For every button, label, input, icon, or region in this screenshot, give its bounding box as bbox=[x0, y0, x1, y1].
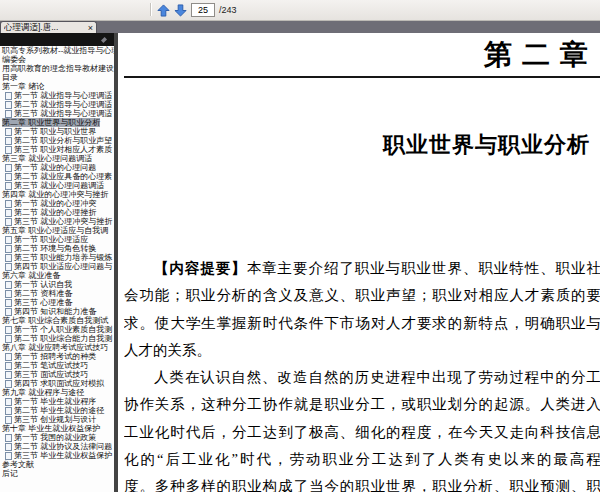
bookmark-item[interactable]: 第三节 毕业生就业权益保护 bbox=[0, 451, 114, 460]
section-label: 【内容提要】 bbox=[154, 260, 247, 276]
previous-page-button[interactable] bbox=[155, 2, 171, 18]
bookmark-item[interactable]: 第一节 就业的心理冲突 bbox=[0, 199, 114, 208]
bookmark-panel: 职高专系列教材--就业指导与心理编委会用高职教育的理念指导教材建设目录第一章 绪… bbox=[0, 46, 114, 492]
bookmark-item[interactable]: 第三节 面试应试技巧 bbox=[0, 370, 114, 379]
page-icon bbox=[5, 137, 12, 145]
bookmark-item[interactable]: 第九章 就业程序与途径 bbox=[0, 388, 114, 397]
bookmark-item-label: 第一节 职业心理适应 bbox=[14, 235, 88, 244]
page-number-input[interactable] bbox=[191, 3, 215, 17]
bookmark-item[interactable]: 第六章 就业准备 bbox=[0, 271, 114, 280]
bookmark-item[interactable]: 第四节 求职面试应对模拟 bbox=[0, 379, 114, 388]
bookmark-item[interactable]: 第一节 职业与职业世界 bbox=[0, 127, 114, 136]
bookmark-item[interactable]: 目录 bbox=[0, 73, 114, 82]
bookmark-item[interactable]: 第二节 环境与角色转换 bbox=[0, 244, 114, 253]
bookmark-item-label: 职高专系列教材--就业指导与心理 bbox=[2, 46, 114, 55]
bookmark-item[interactable]: 第四章 就业的心理冲突与挫折 bbox=[0, 190, 114, 199]
bookmark-item[interactable]: 第一节 毕业生就业程序 bbox=[0, 397, 114, 406]
page-icon bbox=[5, 434, 12, 442]
up-arrow-icon bbox=[157, 4, 170, 17]
page-icon bbox=[5, 353, 12, 361]
bookmark-item[interactable]: 第五章 职业心理适应与自我调 bbox=[0, 226, 114, 235]
bookmark-item[interactable]: 第二节 资料准备 bbox=[0, 289, 114, 298]
bookmark-item-label: 第四节 求职面试应对模拟 bbox=[14, 379, 104, 388]
body-text-line: 人才的关系。 bbox=[124, 337, 600, 364]
bookmark-item-label: 第四章 就业的心理冲突与挫折 bbox=[2, 190, 108, 199]
bookmark-item[interactable]: 第二节 笔试应试技巧 bbox=[0, 361, 114, 370]
tab-close-icon[interactable]: × bbox=[88, 24, 93, 32]
bookmark-item[interactable]: 第八章 就业应聘考试应试技巧 bbox=[0, 343, 114, 352]
bookmark-item-label: 第六章 就业准备 bbox=[2, 271, 60, 280]
next-page-button[interactable] bbox=[172, 2, 188, 18]
bookmark-item-label: 第一节 招聘考试的种类 bbox=[14, 352, 96, 361]
page-icon bbox=[5, 254, 12, 262]
body-text-line: 工业化时代后，分工达到了极高、细化的程度，在今天又走向科技信息 bbox=[124, 419, 600, 446]
bookmark-item[interactable]: 第三章 就业心理问题调适 bbox=[0, 154, 114, 163]
body-text-line: 【内容提要】本章主要介绍了职业与职业世界、职业特性、职业社 bbox=[124, 255, 600, 282]
bookmark-item[interactable]: 第三节 职业能力培养与锻炼 bbox=[0, 253, 114, 262]
page-icon bbox=[5, 128, 12, 136]
bookmark-item[interactable]: 第一节 职业心理适应 bbox=[0, 235, 114, 244]
bookmark-item-label: 第三节 就业心理冲突与挫折 bbox=[14, 217, 112, 226]
bookmark-item-label: 第五章 职业心理适应与自我调 bbox=[2, 226, 108, 235]
bookmark-item-label: 第二节 就业指导与心理调适 bbox=[14, 100, 112, 109]
bookmark-item[interactable]: 第一章 绪论 bbox=[0, 82, 114, 91]
bookmark-item[interactable]: 第二节 就业指导与心理调适 bbox=[0, 100, 114, 109]
bookmark-item-label: 第三节 面试应试技巧 bbox=[14, 370, 88, 379]
bookmark-item-label: 目录 bbox=[2, 73, 18, 82]
document-tab[interactable]: 心理调适].唐... × bbox=[0, 21, 97, 33]
bookmark-item[interactable]: 第二节 职业综合能力自我测 bbox=[0, 334, 114, 343]
bookmark-item[interactable]: 参考文献 bbox=[0, 460, 114, 469]
bookmark-item[interactable]: 第二节 毕业生就业的途径 bbox=[0, 406, 114, 415]
bookmark-item[interactable]: 第一节 招聘考试的种类 bbox=[0, 352, 114, 361]
bookmark-item[interactable]: 第七章 职业综合素质自我测试 bbox=[0, 316, 114, 325]
bookmark-item[interactable]: 第三节 创业规划与设计 bbox=[0, 415, 114, 424]
pushpin-icon[interactable] bbox=[101, 37, 107, 43]
bookmark-item[interactable]: 第三节 就业心理问题调适 bbox=[0, 181, 114, 190]
bookmark-item[interactable]: 第一节 我国的就业政策 bbox=[0, 433, 114, 442]
bookmark-item-label: 第三节 心理准备 bbox=[14, 298, 72, 307]
body-text: 【内容提要】本章主要介绍了职业与职业世界、职业特性、职业社会功能；职业分析的含义… bbox=[124, 255, 600, 492]
page-icon bbox=[5, 164, 12, 172]
toolbar-separator bbox=[150, 3, 152, 16]
bookmark-item[interactable]: 第二节 就业的心理挫折 bbox=[0, 208, 114, 217]
bookmark-item-label: 第八章 就业应聘考试应试技巧 bbox=[2, 343, 108, 352]
bookmark-item[interactable]: 第二节 就业应具备的心理素 bbox=[0, 172, 114, 181]
bookmark-item[interactable]: 第一节 就业的心理问题 bbox=[0, 163, 114, 172]
bookmark-item[interactable]: 第二章 职业世界与职业分析 bbox=[0, 118, 114, 127]
bookmark-item[interactable]: 第二节 就业协议及法律问题 bbox=[0, 442, 114, 451]
bookmark-item[interactable]: 编委会 bbox=[0, 55, 114, 64]
bookmark-item[interactable]: 第三节 职业对相应人才素质 bbox=[0, 145, 114, 154]
bookmark-item[interactable]: 第一节 认识自我 bbox=[0, 280, 114, 289]
bookmark-item[interactable]: 第三节 就业指导与心理调适 bbox=[0, 109, 114, 118]
navigation-toolbar: /243 bbox=[0, 0, 600, 21]
page-icon bbox=[5, 200, 12, 208]
bookmark-item[interactable]: 第十章 毕业生就业权益保护 bbox=[0, 424, 114, 433]
bookmark-item-label: 第三节 创业规划与设计 bbox=[14, 415, 96, 424]
bookmark-item[interactable]: 第四节 知识和能力准备 bbox=[0, 307, 114, 316]
bookmark-item[interactable]: 用高职教育的理念指导教材建设 bbox=[0, 64, 114, 73]
page-icon bbox=[5, 281, 12, 289]
bookmark-item-label: 第一节 就业指导与心理调适 bbox=[14, 91, 112, 100]
bookmark-item[interactable]: 职高专系列教材--就业指导与心理 bbox=[0, 46, 114, 55]
bookmark-item-label: 用高职教育的理念指导教材建设 bbox=[2, 64, 114, 73]
bookmark-item[interactable]: 第三节 心理准备 bbox=[0, 298, 114, 307]
page-icon bbox=[5, 245, 12, 253]
page-icon bbox=[5, 362, 12, 370]
page-icon bbox=[5, 218, 12, 226]
document-tab-label: 心理调适].唐... bbox=[4, 22, 86, 34]
bookmark-item-label: 第三节 就业指导与心理调适 bbox=[14, 109, 112, 118]
page-icon bbox=[5, 371, 12, 379]
body-text-line: 人类在认识自然、改造自然的历史进程中出现了劳动过程中的分工 bbox=[124, 364, 600, 391]
page-icon bbox=[5, 209, 12, 217]
page-icon bbox=[5, 92, 12, 100]
bookmark-item[interactable]: 第一节 个人职业素质自我测 bbox=[0, 325, 114, 334]
bookmark-item[interactable]: 第四节 职业适应心理问题与 bbox=[0, 262, 114, 271]
bookmark-item[interactable]: 第二节 职业分析与职业声望 bbox=[0, 136, 114, 145]
page-icon bbox=[5, 452, 12, 460]
bookmark-item[interactable]: 后记 bbox=[0, 469, 114, 478]
bookmark-item-label: 第二节 笔试应试技巧 bbox=[14, 361, 88, 370]
chapter-title: 职业世界与职业分析 bbox=[383, 130, 590, 160]
bookmark-item[interactable]: 第一节 就业指导与心理调适 bbox=[0, 91, 114, 100]
bookmark-item-label: 第二章 职业世界与职业分析 bbox=[2, 118, 100, 127]
bookmark-item[interactable]: 第三节 就业心理冲突与挫折 bbox=[0, 217, 114, 226]
